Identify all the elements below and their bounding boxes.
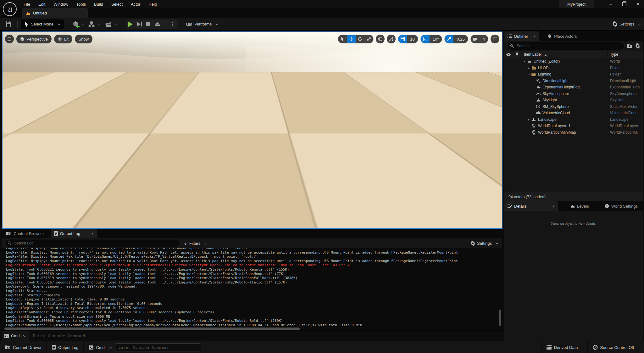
source-control-button[interactable]: Source Control Off <box>588 341 639 353</box>
quad-view-icon[interactable] <box>491 35 499 43</box>
restore-icon[interactable] <box>622 2 626 6</box>
lit-dropdown[interactable]: Lit <box>54 35 72 43</box>
add-actor-button[interactable] <box>70 21 86 27</box>
statusbar-console-input[interactable] <box>115 343 201 351</box>
cmd-dropdown[interactable]: Cmd <box>2 333 29 338</box>
surface-snap-icon[interactable] <box>387 35 396 43</box>
outliner-settings-gear-icon[interactable] <box>635 43 640 48</box>
outliner-row-worlddatalayers-1[interactable]: WorldDataLayers-1WorldDataLayers <box>504 123 643 129</box>
close-icon[interactable]: × <box>635 1 641 7</box>
play-icon[interactable] <box>128 21 133 27</box>
expander-open-icon[interactable]: ▾ <box>527 73 531 76</box>
type-column-header[interactable]: Type <box>607 51 643 58</box>
menu-window[interactable]: Window <box>49 2 72 7</box>
select-mode-dropdown[interactable]: Select Mode <box>21 20 64 29</box>
outliner-row-landscape[interactable]: ▸LandscapeLandscape <box>504 116 643 123</box>
stop-icon[interactable] <box>146 22 150 26</box>
menu-file[interactable]: File <box>19 2 34 7</box>
actor-type: StaticMeshActor <box>608 104 643 109</box>
horizontal-scrollbar[interactable] <box>4 328 300 330</box>
save-icon[interactable] <box>6 21 12 27</box>
blueprints-button[interactable] <box>86 21 103 27</box>
log-settings-dropdown[interactable]: Settings <box>470 241 500 246</box>
item-label-column-header[interactable]: Item Label ▲ <box>521 52 607 57</box>
close-icon[interactable]: × <box>91 231 94 236</box>
menu-edit[interactable]: Edit <box>34 2 49 7</box>
unreal-logo-icon[interactable]: u <box>3 2 17 16</box>
select-tool-icon[interactable] <box>338 35 347 43</box>
outliner-searchbox[interactable] <box>507 42 625 50</box>
log-search-input[interactable] <box>14 241 177 246</box>
scale-snap-control[interactable]: 0.25 <box>444 35 468 43</box>
outliner-row-lighting[interactable]: ▾LightingFolder <box>504 71 643 78</box>
rotation-snap-control[interactable]: 10° <box>420 35 442 43</box>
outliner-row-skyatmosphere[interactable]: SkyAtmosphereSkyAtmosphere <box>504 91 643 97</box>
outliner-row-untitled-editor-[interactable]: ▾Untitled (Editor)World <box>504 58 643 65</box>
outliner-row-directionallight[interactable]: DirectionalLightDirectionalLight <box>504 78 643 84</box>
more-options-icon[interactable]: ⋮ <box>170 21 175 27</box>
menu-tools[interactable]: Tools <box>72 2 90 7</box>
outliner-search-input[interactable] <box>516 43 622 48</box>
outliner-row-hlod[interactable]: ▸HLODFolder <box>504 65 643 71</box>
perspective-dropdown[interactable]: Perspective <box>16 35 52 43</box>
tab-untitled-level[interactable]: Untitled <box>22 8 88 18</box>
camera-speed-value[interactable]: 4 <box>480 35 488 43</box>
close-icon[interactable]: × <box>534 34 536 39</box>
derived-data-button[interactable]: Derived Data <box>541 341 583 353</box>
menu-actor[interactable]: Actor <box>127 2 144 7</box>
rotate-tool-icon[interactable] <box>356 35 364 43</box>
outliner-row-volumetriccloud[interactable]: VolumetricCloudVolumetricCloud <box>504 110 643 116</box>
world-space-icon[interactable] <box>376 35 385 43</box>
platforms-dropdown[interactable]: Platforms <box>183 22 221 26</box>
scale-snap-icon <box>445 35 453 43</box>
frame-skip-icon[interactable] <box>137 22 142 26</box>
grid-snap-control[interactable]: 10 <box>398 35 418 43</box>
log-searchbox[interactable] <box>4 239 180 247</box>
expander-closed-icon[interactable]: ▸ <box>527 118 531 121</box>
show-dropdown[interactable]: Show <box>75 35 93 43</box>
move-tool-icon[interactable] <box>347 35 356 43</box>
outliner-row-worldpartitionminimap[interactable]: WorldPartitionMiniMapWorldPartitionMi <box>504 129 643 136</box>
rotation-snap-value[interactable]: 10° <box>430 35 442 43</box>
menu-help[interactable]: Help <box>144 2 161 7</box>
new-folder-icon[interactable] <box>627 44 633 48</box>
level-viewport[interactable]: Perspective Lit Show <box>2 31 502 229</box>
vertical-scrollbar[interactable] <box>499 310 501 326</box>
grid-snap-value[interactable]: 10 <box>407 35 418 43</box>
pin-column-header[interactable] <box>513 51 521 58</box>
scale-tool-icon[interactable] <box>364 35 373 43</box>
outliner-row-sm-skysphere[interactable]: SM_SkySphereStaticMeshActor <box>504 104 643 110</box>
expander-closed-icon[interactable]: ▸ <box>527 66 531 70</box>
viewport-menu-icon[interactable] <box>5 35 14 43</box>
log-output[interactable]: LogPakFile: Display: Mounted Pak file 'E… <box>2 248 502 330</box>
console-command-input[interactable] <box>29 331 502 341</box>
filters-dropdown[interactable]: Filters <box>184 241 207 246</box>
cinematics-button[interactable] <box>103 21 119 27</box>
tab-place-actors[interactable]: Place Actors <box>544 31 580 41</box>
gear-icon <box>612 21 618 27</box>
outliner-row-skylight[interactable]: SkyLightSkyLight <box>504 97 643 104</box>
actor-label: SkyLight <box>542 98 557 102</box>
tab-details[interactable]: Details × <box>504 201 558 211</box>
tab-output-log[interactable]: Output Log × <box>51 229 97 238</box>
tab-content-browser[interactable]: Content Browser <box>3 229 47 238</box>
tab-world-settings[interactable]: World Settings <box>602 201 641 211</box>
camera-speed-control[interactable]: 4 <box>470 35 488 43</box>
menu-select[interactable]: Select <box>107 2 127 7</box>
scale-snap-value[interactable]: 0.25 <box>453 35 468 43</box>
close-icon[interactable]: × <box>552 204 555 209</box>
settings-dropdown[interactable]: Settings <box>612 21 641 27</box>
tab-outliner[interactable]: Outliner × <box>504 31 539 41</box>
minimize-icon[interactable]: – <box>607 2 614 7</box>
visibility-column-header[interactable] <box>504 51 513 58</box>
output-log-button[interactable]: Output Log <box>47 341 83 353</box>
statusbar-cmd-dropdown[interactable]: Cmd <box>84 341 114 353</box>
axis-gizmo: z y x <box>6 206 21 222</box>
eject-icon[interactable] <box>155 22 160 26</box>
expander-open-icon[interactable]: ▾ <box>523 60 527 63</box>
actor-type: DirectionalLight <box>608 79 643 83</box>
menu-build[interactable]: Build <box>90 2 107 7</box>
tab-levels[interactable]: Levels <box>567 201 592 211</box>
content-drawer-button[interactable]: Content Drawer <box>0 341 47 353</box>
outliner-row-exponentialheightfog[interactable]: ExponentialHeightFogExponentialHeigh <box>504 84 643 91</box>
